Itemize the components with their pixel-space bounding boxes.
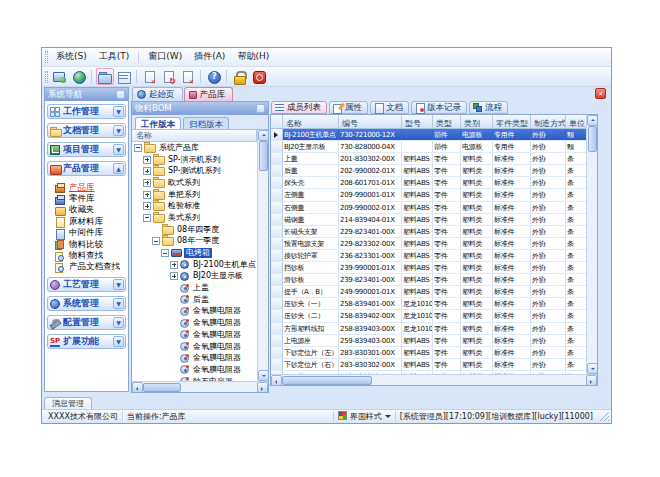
grid-button[interactable] (115, 68, 133, 85)
lock-button[interactable] (231, 68, 249, 85)
table-row[interactable]: 预置电源支架229-823302-00X塑料ABS零件塑料类标准件外协条 (271, 238, 586, 250)
expand-plus-icon[interactable] (170, 272, 178, 280)
sidebar-item-收藏夹[interactable]: 收藏夹 (47, 205, 126, 216)
chevron-down-icon[interactable]: ▼ (113, 125, 124, 136)
row-selector[interactable] (271, 238, 283, 249)
tree-hscroll-thumb[interactable] (143, 383, 181, 392)
column-header-零件类型[interactable]: 零件类型 (493, 115, 531, 128)
tree-node[interactable]: 欧式系列 (132, 177, 257, 189)
table-hscroll-thumb[interactable] (282, 376, 372, 385)
sidebar-item-物料查找[interactable]: 物料查找 (47, 250, 126, 261)
menu-item[interactable]: 系统(S) (50, 48, 93, 66)
row-selector[interactable] (271, 165, 283, 176)
tree-node[interactable]: 单把系列 (132, 189, 257, 201)
row-selector[interactable] (271, 371, 283, 374)
toolbar-grip[interactable] (45, 71, 48, 83)
menu-item[interactable]: 帮助(H) (231, 48, 275, 66)
row-selector[interactable] (271, 153, 283, 164)
tree-column-header[interactable]: 名称 (132, 130, 257, 142)
tree-node[interactable]: BJ-2100主机单点 (132, 259, 257, 271)
chevron-up-icon[interactable]: ▲ (113, 163, 124, 174)
scroll-up-icon[interactable] (258, 130, 268, 141)
tab-close-button[interactable]: ✕ (595, 88, 606, 99)
scroll-right-icon[interactable] (586, 375, 597, 386)
page-close-button[interactable] (179, 68, 197, 85)
sidebar-item-中间件库[interactable]: 中间件库 (47, 228, 126, 239)
table-row[interactable]: 提手（A．B）249-990001-01X塑料ABS零件塑料类标准件外协条 (271, 286, 586, 298)
scroll-left-icon[interactable] (132, 382, 143, 392)
tree-vertical-scrollbar[interactable] (257, 130, 268, 381)
row-selector[interactable] (271, 274, 283, 285)
expand-plus-icon[interactable] (143, 167, 151, 175)
chevron-down-icon[interactable]: ▼ (113, 106, 124, 117)
resize-grip[interactable] (599, 411, 609, 421)
sidebar-item-物料比较[interactable]: 物料比较 (47, 239, 126, 250)
tree-vscroll-thumb[interactable] (259, 141, 268, 171)
chevron-down-icon[interactable]: ▼ (113, 336, 124, 347)
column-header-类别[interactable]: 类别 (461, 115, 493, 128)
table-row[interactable]: 探头壳208-601701-01X塑料ABS零件塑料类标准件外协条 (271, 177, 586, 189)
row-selector[interactable] (271, 347, 283, 358)
expand-minus-icon[interactable] (152, 237, 160, 245)
row-selector[interactable] (271, 250, 283, 261)
sidebar-item-原材料库[interactable]: 原材料库 (47, 216, 126, 227)
sidebar-group-工艺管理[interactable]: 工艺管理▼ (47, 277, 126, 292)
table-row[interactable]: 后盖202-990002-01X塑料ABS零件塑料类标准件外协条 (271, 165, 586, 177)
sidebar-item-产品库[interactable]: 产品库 (47, 182, 126, 193)
tree-node[interactable]: 金氧膜电阻器 (132, 329, 257, 341)
sidebar-group-工作管理[interactable]: 工作管理▼ (47, 104, 126, 119)
expand-plus-icon[interactable] (170, 261, 178, 269)
sidebar-group-文档管理[interactable]: 文档管理▼ (47, 123, 126, 138)
menu-item[interactable]: 工具(T) (93, 48, 136, 66)
scroll-up-icon[interactable] (587, 115, 597, 126)
table-row[interactable]: 上电源座259-839403-00X塑料ABS零件塑料类标准件外协条 (271, 335, 586, 347)
monitor-button[interactable] (51, 68, 69, 85)
table-row[interactable]: 上盖201-830302-00X塑料ABS零件塑料类标准件外协条 (271, 153, 586, 165)
table-row[interactable]: 接钞轮护罩236-823301-00X塑料ABS零件塑料类标准件外协条 (271, 250, 586, 262)
expand-plus-icon[interactable] (143, 202, 151, 210)
row-selector[interactable] (271, 177, 283, 188)
sidebar-group-配置管理[interactable]: 配置管理▼ (47, 315, 126, 330)
column-header-名称[interactable]: 名称 (283, 115, 339, 128)
table-row[interactable]: 长磁头支架229-823401-00X塑料ABS零件塑料类标准件外协条 (271, 226, 586, 238)
table-row[interactable]: 磁钢盖214-839404-01X塑料ABS零件塑料类标准件外协条 (271, 214, 586, 226)
scroll-down-icon[interactable] (258, 370, 268, 381)
sidebar-group-产品管理[interactable]: 产品管理▲ (47, 161, 126, 176)
tree-node[interactable]: SP-演示机系列 (132, 154, 257, 166)
tree-node[interactable]: 后盖 (132, 294, 257, 306)
sidebar-group-扩展功能[interactable]: 扩展功能▼ (47, 334, 126, 349)
tree-node[interactable]: 美式系列 (132, 212, 257, 224)
row-selector[interactable] (271, 226, 283, 237)
tree-node[interactable]: 08年四季度 (132, 224, 257, 236)
page-sync-button[interactable] (160, 68, 178, 85)
tree-node[interactable]: 金氧膜电阻器 (132, 317, 257, 329)
row-selector[interactable] (271, 141, 283, 152)
menu-item[interactable]: 插件(A) (188, 48, 231, 66)
row-selector[interactable] (271, 189, 283, 200)
row-selector[interactable] (271, 359, 283, 370)
tree-node[interactable]: 系统产品库 (132, 142, 257, 154)
row-selector[interactable] (271, 286, 283, 297)
table-row[interactable]: 滑钞板239-823401-00X塑料ABS零件塑料类标准件外协条 (271, 274, 586, 286)
sidebar-item-产品文档查找[interactable]: 产品文档查找 (47, 262, 126, 273)
table-row[interactable]: BJ20主显示板730-828000-04X部件电源板专用件外协颗 (271, 141, 586, 153)
tree-node[interactable]: 金氧膜电阻器 (132, 341, 257, 353)
scroll-left-icon[interactable] (271, 375, 282, 386)
sidebar-menu-button[interactable] (116, 90, 125, 99)
expand-plus-icon[interactable] (143, 156, 151, 164)
sidebar-group-项目管理[interactable]: 项目管理▼ (47, 142, 126, 157)
column-header-类型[interactable]: 类型 (433, 115, 461, 128)
table-vertical-scrollbar[interactable] (586, 115, 597, 374)
table-row[interactable]: 压钞夹（二）258-839402-00X尼龙1010零件塑料类标准件外协条 (271, 310, 586, 322)
column-header-型号[interactable]: 型号 (402, 115, 433, 128)
column-header-编号[interactable]: 编号 (339, 115, 402, 128)
help-button[interactable] (205, 68, 223, 85)
column-header-单位[interactable]: 单位 (566, 115, 586, 128)
menu-item[interactable]: 窗口(W) (142, 48, 188, 66)
scroll-right-icon[interactable] (257, 382, 268, 392)
row-selector[interactable] (271, 310, 283, 321)
menubar-grip[interactable] (45, 51, 48, 63)
row-selector[interactable] (271, 202, 283, 213)
member-tab-成员列表[interactable]: 成员列表 (271, 101, 327, 114)
row-selector[interactable] (271, 335, 283, 346)
